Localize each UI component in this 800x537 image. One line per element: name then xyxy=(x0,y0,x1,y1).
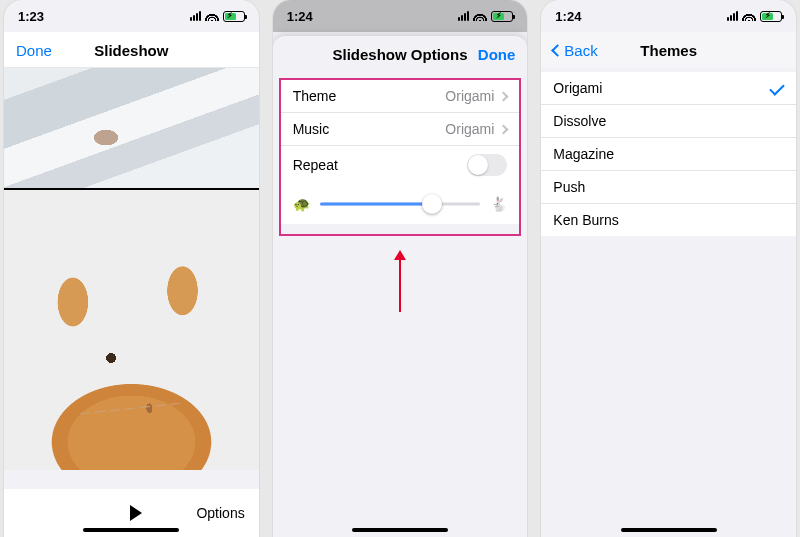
screen-slideshow-options: 1:24 ⚡︎ Slideshow Options Done Theme Ori… xyxy=(273,0,528,537)
page-title: Themes xyxy=(640,42,697,59)
battery-icon: ⚡︎ xyxy=(491,11,513,22)
repeat-switch[interactable] xyxy=(467,154,507,176)
page-title: Slideshow xyxy=(94,42,168,59)
theme-option-ken-burns[interactable]: Ken Burns xyxy=(541,204,796,236)
speed-slider[interactable] xyxy=(320,194,481,214)
slideshow-content[interactable] xyxy=(4,68,259,468)
chevron-left-icon xyxy=(551,44,564,57)
done-button[interactable]: Done xyxy=(16,32,52,68)
theme-label: Theme xyxy=(293,88,337,104)
back-label: Back xyxy=(564,42,597,59)
done-button[interactable]: Done xyxy=(478,36,516,72)
nav-bar: Back Themes xyxy=(541,32,796,68)
highlighted-region: Theme Origami Music Origami xyxy=(279,78,522,236)
chevron-right-icon xyxy=(499,124,509,134)
theme-option-dissolve[interactable]: Dissolve xyxy=(541,105,796,138)
theme-name: Ken Burns xyxy=(553,212,618,228)
themes-list: Origami Dissolve Magazine Push Ken Burns xyxy=(541,72,796,236)
music-label: Music xyxy=(293,121,330,137)
cellular-icon xyxy=(458,11,469,21)
status-time: 1:23 xyxy=(18,9,44,24)
sheet-nav: Slideshow Options Done xyxy=(273,36,528,72)
theme-option-origami[interactable]: Origami xyxy=(541,72,796,105)
status-indicators: ⚡︎ xyxy=(190,11,245,22)
battery-icon: ⚡︎ xyxy=(760,11,782,22)
repeat-row: Repeat xyxy=(281,146,520,184)
theme-row[interactable]: Theme Origami xyxy=(281,80,520,113)
theme-value: Origami xyxy=(445,88,494,104)
wifi-icon xyxy=(205,11,219,21)
status-indicators: ⚡︎ xyxy=(458,11,513,22)
speed-slider-row: 🐢 🐇 xyxy=(281,184,520,224)
screen-slideshow: 1:23 ⚡︎ Done Slideshow Options xyxy=(4,0,259,537)
wifi-icon xyxy=(742,11,756,21)
back-button[interactable]: Back xyxy=(553,32,597,68)
theme-name: Origami xyxy=(553,80,602,96)
home-indicator[interactable] xyxy=(352,528,448,532)
slideshow-photo-2 xyxy=(4,190,259,470)
rabbit-icon: 🐇 xyxy=(490,196,507,212)
home-indicator[interactable] xyxy=(83,528,179,532)
nav-bar: Done Slideshow xyxy=(4,32,259,68)
slider-thumb[interactable] xyxy=(422,194,442,214)
sheet-title: Slideshow Options xyxy=(333,46,468,63)
status-time: 1:24 xyxy=(287,9,313,24)
status-time: 1:24 xyxy=(555,9,581,24)
theme-option-magazine[interactable]: Magazine xyxy=(541,138,796,171)
wifi-icon xyxy=(473,11,487,21)
status-indicators: ⚡︎ xyxy=(727,11,782,22)
home-indicator[interactable] xyxy=(621,528,717,532)
annotation-arrow xyxy=(399,252,401,312)
turtle-icon: 🐢 xyxy=(293,196,310,212)
cellular-icon xyxy=(727,11,738,21)
check-icon xyxy=(769,80,785,96)
status-bar: 1:24 ⚡︎ xyxy=(541,0,796,32)
cellular-icon xyxy=(190,11,201,21)
options-button[interactable]: Options xyxy=(196,505,244,521)
music-value: Origami xyxy=(445,121,494,137)
status-bar: 1:23 ⚡︎ xyxy=(4,0,259,32)
options-list: Theme Origami Music Origami xyxy=(281,80,520,184)
battery-icon: ⚡︎ xyxy=(223,11,245,22)
theme-option-push[interactable]: Push xyxy=(541,171,796,204)
repeat-label: Repeat xyxy=(293,157,338,173)
chevron-right-icon xyxy=(499,91,509,101)
play-icon[interactable] xyxy=(130,505,142,521)
slideshow-photo-1 xyxy=(4,68,259,188)
options-sheet: Slideshow Options Done Theme Origami Mus… xyxy=(273,36,528,537)
screen-themes: 1:24 ⚡︎ Back Themes Origami Dissolve xyxy=(541,0,796,537)
theme-name: Dissolve xyxy=(553,113,606,129)
music-row[interactable]: Music Origami xyxy=(281,113,520,146)
theme-name: Push xyxy=(553,179,585,195)
status-bar: 1:24 ⚡︎ xyxy=(273,0,528,32)
theme-name: Magazine xyxy=(553,146,614,162)
